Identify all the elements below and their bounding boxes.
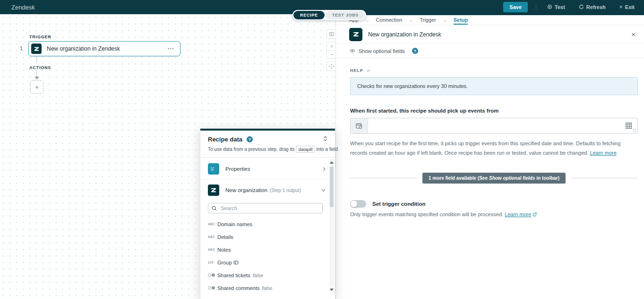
subtitle-prefix: To use data from a previous step, drag i… — [208, 147, 294, 152]
connector-line — [36, 56, 37, 62]
topbar-divider — [536, 4, 536, 10]
step-number: 1 — [20, 45, 23, 51]
recipe-data-panel: Recipe data ? To use data from a previou… — [200, 128, 335, 299]
trigger-condition-hint-text: Only trigger events matching specified c… — [350, 211, 503, 217]
help-circle-icon[interactable]: ? — [247, 136, 253, 142]
panel-toolbar: Show optional fields ? — [336, 44, 644, 58]
recipe-data-subtitle: To use data from a previous step, drag i… — [208, 146, 327, 153]
more-fields-button[interactable]: 1 more field available (SeeShow optional… — [422, 173, 566, 184]
scrollbar-thumb[interactable] — [330, 167, 334, 207]
scrollbar[interactable] — [329, 159, 334, 293]
actions-section-label: ACTIONS — [29, 65, 51, 70]
scroll-up-icon[interactable] — [329, 160, 334, 165]
datapill-row[interactable]: ABC Domain names — [200, 218, 327, 230]
help-collapse-button[interactable]: HELP — [350, 68, 378, 73]
zoom-in-button[interactable]: + — [327, 42, 336, 50]
breadcrumb: App → Connection → Trigger → Setup — [336, 15, 644, 25]
pickup-hint-text: When you start recipe for the first time… — [350, 141, 620, 156]
text-type-icon: ABC — [208, 248, 217, 251]
test-button[interactable]: Test — [544, 4, 568, 11]
datapill-row[interactable]: Shared tickets false — [200, 269, 327, 281]
text-type-icon: ABC — [208, 235, 217, 238]
pickup-date-value[interactable] — [368, 118, 620, 133]
chevron-up-icon — [367, 70, 370, 72]
trigger-section-label: TRIGGER — [29, 35, 52, 39]
tab-recipe[interactable]: RECIPE — [293, 11, 325, 19]
trigger-condition-label: Set trigger condition — [372, 201, 425, 207]
breadcrumb-setup: Setup — [454, 15, 468, 25]
recipe-data-header: Recipe data ? To use data from a previou… — [200, 131, 335, 157]
datapill-label: Shared tickets — [217, 273, 250, 278]
datapill-row[interactable]: Shared comments false — [200, 281, 327, 294]
panel-header: New organization in Zendesk × — [336, 25, 644, 44]
connector-line — [36, 71, 37, 77]
add-step-button[interactable]: + — [30, 80, 43, 94]
search-input[interactable] — [220, 205, 319, 211]
recipe-data-list: Properties New organization (Step 1 outp… — [200, 158, 327, 299]
pickup-date-input[interactable] — [350, 118, 638, 134]
chevron-down-icon — [321, 189, 326, 192]
pickup-field-hint: When you start recipe for the first time… — [350, 139, 638, 158]
step-title: New organization in Zendesk — [47, 45, 168, 52]
save-button[interactable]: Save — [503, 2, 528, 12]
step-menu-button[interactable]: ••• — [168, 46, 174, 51]
breadcrumb-arrow-icon: → — [408, 17, 413, 23]
datapill-row[interactable]: 123 Group ID — [200, 256, 327, 269]
datapill-label: Group ID — [217, 260, 239, 265]
learn-more-link[interactable]: Learn more — [505, 211, 531, 217]
boolean-type-icon — [208, 273, 217, 277]
zendesk-icon — [31, 44, 42, 54]
zoom-out-button[interactable]: − — [327, 50, 336, 58]
trigger-condition-row: Set trigger condition — [350, 200, 638, 208]
breadcrumb-trigger[interactable]: Trigger — [420, 15, 436, 25]
resize-handle[interactable] — [633, 129, 636, 132]
breadcrumb-connection[interactable]: Connection — [376, 15, 403, 25]
datapill-row[interactable]: ABC Tags — [200, 294, 327, 299]
help-box: Checks for new organizations every 30 mi… — [350, 77, 638, 95]
tab-test-jobs[interactable]: TEST JOBS — [326, 11, 365, 19]
chevron-right-icon — [323, 167, 326, 171]
trigger-condition-toggle[interactable] — [350, 200, 366, 208]
calendar-icon[interactable] — [351, 118, 368, 133]
app-root: Zendesk Save Test Refresh × Exit RECIPE … — [0, 0, 644, 299]
divider-line — [571, 178, 638, 178]
external-link-icon — [532, 212, 537, 217]
datapill-label: Details — [217, 234, 233, 240]
connector-arrow-icon — [34, 77, 39, 79]
datapill-label: Domain names — [217, 221, 252, 227]
step-output-sub: (Step 1 output) — [270, 188, 301, 193]
app-title: Zendesk — [11, 4, 35, 11]
datapill-value: false — [253, 273, 263, 278]
scroll-down-icon[interactable] — [329, 287, 334, 292]
help-circle-icon[interactable]: ? — [412, 48, 418, 54]
step-output-row[interactable]: New organization (Step 1 output) — [200, 180, 327, 201]
refresh-label: Refresh — [586, 4, 606, 10]
panel-title: New organization in Zendesk — [368, 31, 630, 38]
close-panel-button[interactable]: × — [630, 30, 636, 39]
properties-row[interactable]: Properties — [200, 158, 327, 180]
more-fields-italic: Show optional fields — [489, 176, 535, 181]
zendesk-icon — [208, 185, 219, 196]
topbar-actions: Save Test Refresh × Exit — [503, 2, 637, 12]
view-tabs: RECIPE TEST JOBS — [292, 10, 366, 20]
breadcrumb-arrow-icon: → — [442, 17, 447, 23]
refresh-icon — [579, 4, 584, 10]
datapill-label: Shared comments — [217, 285, 259, 291]
refresh-button[interactable]: Refresh — [576, 4, 609, 11]
trigger-setup-panel: App → Connection → Trigger → Setup New o… — [335, 14, 644, 299]
properties-label: Properties — [225, 166, 250, 172]
subtitle-suffix: into a field — [317, 147, 338, 152]
exit-button[interactable]: × Exit — [617, 3, 637, 11]
learn-more-link[interactable]: Learn more — [590, 150, 617, 156]
eye-icon — [350, 48, 355, 54]
collapse-panel-button[interactable] — [323, 136, 327, 143]
properties-icon — [208, 163, 219, 175]
help-label: HELP — [350, 68, 363, 73]
show-optional-fields-button[interactable]: Show optional fields — [359, 48, 405, 54]
boolean-type-icon — [208, 286, 217, 290]
datapill-search[interactable] — [208, 203, 323, 213]
datapill-label: Notes — [217, 247, 231, 253]
datapill-row[interactable]: ABC Notes — [200, 243, 327, 256]
trigger-step-card[interactable]: New organization in Zendesk ••• — [28, 41, 180, 56]
datapill-row[interactable]: ABC Details — [200, 230, 327, 243]
